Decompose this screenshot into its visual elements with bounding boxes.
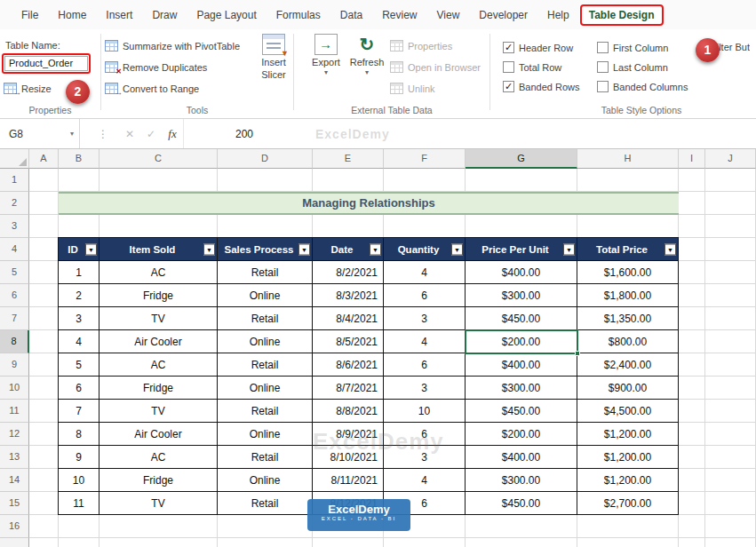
ribbon-tab-review[interactable]: Review [373,5,426,25]
grid-cell[interactable] [29,169,59,192]
cell-id[interactable]: 6 [59,377,99,400]
cell-item-sold[interactable]: TV [99,307,218,330]
grid-cell[interactable] [679,400,705,423]
column-header-J[interactable]: J [705,149,756,169]
style-option-total-row[interactable]: Total Row [503,61,561,73]
row-header-7[interactable]: 7 [0,307,29,330]
row-header-5[interactable]: 5 [0,261,29,284]
column-header-A[interactable]: A [29,149,59,169]
cell-quantity[interactable]: 4 [384,330,466,353]
grid-cell[interactable] [29,538,59,547]
grid-cell[interactable] [705,492,756,515]
style-option-first-column[interactable]: First Column [597,42,668,53]
column-header-F[interactable]: F [384,149,466,169]
cell-item-sold[interactable]: TV [99,492,218,515]
cell-total-price[interactable]: $1,200.00 [577,423,679,446]
grid-cell[interactable] [705,238,756,261]
table-name-input[interactable]: Product_Order [4,56,88,71]
grid-cell[interactable] [29,469,59,492]
column-header-I[interactable]: I [679,149,705,169]
ribbon-tab-insert[interactable]: Insert [97,5,141,25]
cell-price-per-unit[interactable]: $300.00 [466,377,577,400]
row-header-16[interactable]: 16 [0,515,29,538]
cell-price-per-unit[interactable]: $450.00 [466,492,577,515]
grid-cell[interactable] [29,446,59,469]
cell-quantity[interactable]: 3 [384,446,466,469]
grid-cell[interactable] [218,169,313,192]
grid-cell[interactable] [29,192,59,215]
cell-total-price[interactable]: $1,800.00 [577,284,679,307]
grid-cell[interactable] [679,423,705,446]
cell-price-per-unit[interactable]: $400.00 [466,446,577,469]
grid-cell[interactable] [29,215,59,238]
row-header-9[interactable]: 9 [0,353,29,377]
row-header-3[interactable]: 3 [0,215,29,238]
grid-cell[interactable] [466,169,577,192]
grid-cell[interactable] [705,538,756,547]
grid-cell[interactable] [577,169,679,192]
grid-cell[interactable] [577,515,679,538]
row-header-15[interactable]: 15 [0,492,29,515]
cell-quantity[interactable]: 6 [384,353,466,377]
grid-cell[interactable] [99,515,218,538]
filter-dropdown-item-sold[interactable]: ▼ [203,243,215,255]
cell-date[interactable]: 8/11/2021 [313,469,384,492]
cell-total-price[interactable]: $800.00 [577,330,679,353]
cell-total-price[interactable]: $4,500.00 [577,400,679,423]
grid-cell[interactable] [384,169,466,192]
grid-cell[interactable] [29,353,59,377]
grid-cell[interactable] [29,284,59,307]
cell-sales-process[interactable]: Online [218,284,313,307]
grid-cell[interactable] [313,538,384,547]
cell-id[interactable]: 11 [59,492,99,515]
column-header-E[interactable]: E [313,149,384,169]
ribbon-tab-developer[interactable]: Developer [470,5,537,25]
grid-cell[interactable] [705,400,756,423]
cell-sales-process[interactable]: Online [218,330,313,353]
cell-quantity[interactable]: 6 [384,423,466,446]
grid-cell[interactable] [466,538,577,547]
grid-cell[interactable] [679,446,705,469]
cell-id[interactable]: 10 [59,469,99,492]
ribbon-tab-view[interactable]: View [428,5,469,25]
cell-quantity[interactable]: 3 [384,307,466,330]
cell-sales-process[interactable]: Online [218,469,313,492]
grid-cell[interactable] [29,330,59,353]
ribbon-tab-file[interactable]: File [12,5,47,25]
row-header-11[interactable]: 11 [0,400,29,423]
cell-quantity[interactable]: 4 [384,261,466,284]
row-header-2[interactable]: 2 [0,192,29,215]
grid-cell[interactable] [99,215,218,238]
ribbon-tab-table-design[interactable]: Table Design [580,4,664,26]
cell-sales-process[interactable]: Retail [218,307,313,330]
grid-cell[interactable] [679,377,705,400]
cell-total-price[interactable]: $1,200.00 [577,446,679,469]
grid-cell[interactable] [679,515,705,538]
grid-cell[interactable] [705,169,756,192]
select-all-corner[interactable] [0,149,29,169]
grid-cell[interactable] [705,377,756,400]
cell-total-price[interactable]: $2,700.00 [577,492,679,515]
cell-date[interactable]: 8/6/2021 [313,353,384,377]
cell-item-sold[interactable]: AC [99,261,218,284]
style-option-banded-columns[interactable]: Banded Columns [597,81,688,92]
grid-cell[interactable] [59,169,99,192]
cell-item-sold[interactable]: AC [99,446,218,469]
ribbon-tab-data[interactable]: Data [331,5,371,25]
filter-dropdown-sales-process[interactable]: ▼ [298,243,310,255]
cell-price-per-unit[interactable]: $200.00 [466,330,577,353]
grid-cell[interactable] [705,469,756,492]
cell-item-sold[interactable]: Air Cooler [99,330,218,353]
cell-id[interactable]: 3 [59,307,99,330]
cell-item-sold[interactable]: Fridge [99,284,218,307]
grid-cell[interactable] [577,215,679,238]
ribbon-tab-home[interactable]: Home [49,5,95,25]
cell-sales-process[interactable]: Online [218,423,313,446]
grid-cell[interactable] [29,261,59,284]
cell-total-price[interactable]: $2,400.00 [577,353,679,377]
grid-cell[interactable] [705,330,756,353]
cell-item-sold[interactable]: Fridge [99,469,218,492]
cell-total-price[interactable]: $900.00 [577,377,679,400]
cell-item-sold[interactable]: Fridge [99,377,218,400]
grid-cell[interactable] [705,446,756,469]
